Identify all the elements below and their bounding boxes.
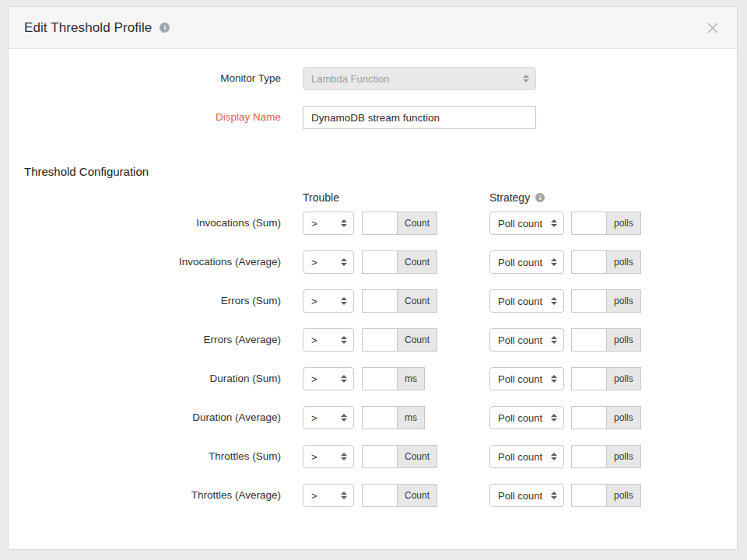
- strategy-value: Poll count: [498, 373, 546, 385]
- polls-addon: polls: [606, 212, 640, 234]
- info-icon[interactable]: [535, 193, 545, 202]
- threshold-row: Throttles (Sum) > Count Poll count polls: [9, 445, 737, 468]
- trouble-input-group: ms: [362, 406, 425, 429]
- select-arrows-icon: [551, 375, 557, 383]
- display-name-input[interactable]: [303, 106, 536, 129]
- comparator-value: >: [311, 412, 336, 424]
- comparator-select[interactable]: >: [303, 212, 354, 235]
- comparator-value: >: [311, 490, 336, 502]
- strategy-select[interactable]: Poll count: [489, 406, 564, 429]
- metric-label: Invocations (Sum): [9, 212, 281, 235]
- strategy-input-group: polls: [571, 406, 641, 429]
- trouble-input-group: Count: [362, 250, 437, 274]
- trouble-input-group: Count: [362, 484, 437, 507]
- comparator-select[interactable]: >: [303, 484, 354, 507]
- strategy-value: Poll count: [498, 412, 546, 424]
- trouble-value-input[interactable]: [363, 290, 397, 312]
- polls-addon: polls: [606, 329, 640, 351]
- strategy-select[interactable]: Poll count: [489, 328, 564, 352]
- threshold-row: Throttles (Average) > Count Poll count p…: [9, 484, 737, 507]
- strategy-value: Poll count: [498, 257, 546, 268]
- trouble-input-group: Count: [362, 445, 437, 468]
- polls-addon: polls: [606, 290, 640, 312]
- comparator-select[interactable]: >: [303, 406, 354, 429]
- trouble-value-input[interactable]: [363, 368, 397, 390]
- select-arrows-icon: [341, 453, 347, 460]
- unit-addon: Count: [397, 290, 437, 312]
- comparator-value: >: [311, 218, 336, 229]
- select-arrows-icon: [341, 258, 347, 266]
- comparator-value: >: [311, 451, 336, 463]
- polls-addon: polls: [606, 485, 640, 506]
- select-arrows-icon: [341, 492, 347, 499]
- threshold-row: Duration (Sum) > ms Poll count polls: [9, 367, 737, 390]
- strategy-value: Poll count: [498, 296, 546, 307]
- comparator-select[interactable]: >: [303, 289, 354, 313]
- select-arrows-icon: [341, 336, 347, 344]
- select-arrows-icon: [523, 75, 529, 82]
- trouble-value-input[interactable]: [363, 446, 397, 467]
- trouble-value-input[interactable]: [363, 485, 397, 506]
- modal-title: Edit Threshold Profile: [24, 20, 152, 36]
- strategy-value-input[interactable]: [572, 407, 606, 429]
- strategy-input-group: polls: [571, 484, 641, 507]
- metric-label: Duration (Average): [9, 406, 281, 429]
- strategy-value-input[interactable]: [572, 446, 606, 467]
- modal-header: Edit Threshold Profile: [9, 7, 737, 49]
- strategy-input-group: polls: [571, 367, 641, 390]
- select-arrows-icon: [551, 492, 557, 499]
- strategy-value-input[interactable]: [572, 251, 606, 273]
- strategy-input-group: polls: [571, 289, 641, 313]
- threshold-row: Invocations (Sum) > Count Poll count pol…: [9, 212, 737, 235]
- strategy-select[interactable]: Poll count: [489, 484, 564, 507]
- strategy-select[interactable]: Poll count: [489, 212, 564, 235]
- strategy-value-input[interactable]: [572, 368, 606, 390]
- strategy-select[interactable]: Poll count: [489, 445, 564, 468]
- comparator-value: >: [311, 334, 336, 346]
- select-arrows-icon: [341, 375, 347, 383]
- trouble-input-group: Count: [362, 212, 437, 235]
- select-arrows-icon: [341, 219, 347, 227]
- trouble-input-group: ms: [362, 367, 425, 390]
- trouble-input-group: Count: [362, 289, 437, 313]
- select-arrows-icon: [551, 414, 557, 422]
- monitor-type-label: Monitor Type: [9, 67, 281, 90]
- strategy-value-input[interactable]: [572, 485, 606, 506]
- comparator-value: >: [311, 257, 336, 268]
- comparator-select[interactable]: >: [303, 328, 354, 352]
- comparator-select[interactable]: >: [303, 445, 354, 468]
- comparator-value: >: [311, 373, 336, 385]
- metric-label: Throttles (Sum): [9, 445, 281, 468]
- trouble-value-input[interactable]: [363, 212, 397, 234]
- monitor-type-select: Lambda Function: [303, 67, 536, 90]
- strategy-select[interactable]: Poll count: [489, 367, 564, 390]
- select-arrows-icon: [551, 258, 557, 266]
- metric-label: Errors (Sum): [9, 289, 281, 313]
- comparator-select[interactable]: >: [303, 367, 354, 390]
- comparator-select[interactable]: >: [303, 250, 354, 274]
- trouble-value-input[interactable]: [363, 329, 397, 351]
- strategy-value-input[interactable]: [572, 290, 606, 312]
- unit-addon: Count: [397, 212, 437, 234]
- trouble-value-input[interactable]: [363, 407, 397, 429]
- strategy-input-group: polls: [571, 445, 641, 468]
- strategy-select[interactable]: Poll count: [489, 250, 564, 274]
- strategy-select[interactable]: Poll count: [489, 289, 564, 313]
- strategy-input-group: polls: [571, 250, 641, 274]
- polls-addon: polls: [606, 446, 640, 467]
- unit-addon: ms: [397, 407, 424, 429]
- monitor-type-value: Lambda Function: [311, 73, 518, 85]
- trouble-value-input[interactable]: [363, 251, 397, 273]
- display-name-label: Display Name: [9, 106, 281, 129]
- unit-addon: Count: [397, 329, 437, 351]
- close-icon[interactable]: [706, 21, 720, 35]
- threshold-configuration-heading: Threshold Configuration: [24, 165, 149, 178]
- strategy-value-input[interactable]: [572, 212, 606, 234]
- threshold-row: Errors (Average) > Count Poll count poll…: [9, 328, 737, 352]
- modal-body: Monitor Type Lambda Function Display Nam…: [9, 49, 737, 550]
- strategy-value-input[interactable]: [572, 329, 606, 351]
- polls-addon: polls: [606, 407, 640, 429]
- info-icon[interactable]: [160, 23, 170, 33]
- polls-addon: polls: [606, 368, 640, 390]
- select-arrows-icon: [551, 297, 557, 305]
